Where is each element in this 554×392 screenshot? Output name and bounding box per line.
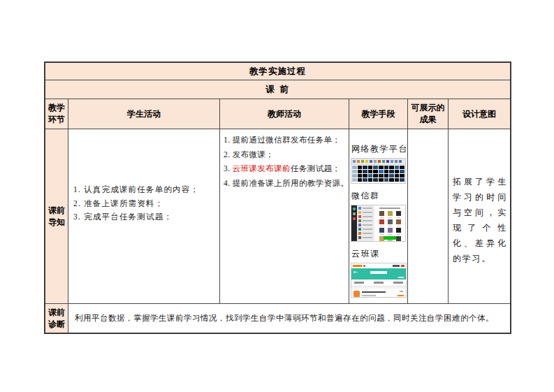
column-header-teacher: 教师活动 — [220, 99, 349, 129]
teacher-item3-number: 3. — [224, 164, 233, 173]
platform-screenshot-thumbnail — [351, 158, 406, 184]
task-status-label — [398, 295, 404, 297]
status-time — [393, 265, 400, 267]
header-huanjie-line2: 环节 — [48, 115, 65, 124]
tool-label-platform: 网络教学平台 — [351, 143, 406, 155]
app-signin-link — [398, 277, 404, 279]
column-header-student: 学生活动 — [68, 99, 220, 129]
teaching-process-table: 教学实施过程 课 前 教学 环节 学生活动 教师活动 教学手段 可展示的 成果 … — [44, 61, 511, 334]
app-title-bar — [370, 271, 387, 274]
battery-indicator — [401, 265, 404, 267]
tool-label-cloudclass: 云班课 — [351, 248, 406, 260]
column-header-huanjie: 教学 环节 — [45, 99, 68, 129]
cloudclass-app-screenshot-thumbnail: ← — [351, 263, 407, 298]
wechat-sidebar-icons — [351, 205, 357, 241]
row-label-zhenduan: 课前 诊断 — [45, 304, 68, 333]
app-nav-bar: ← — [351, 268, 406, 280]
diagnosis-text: 利用平台数据，掌握学生课前学习情况，找到学生自学中薄弱环节和普遍存在的问题，同时… — [75, 313, 494, 324]
app-status-bar — [351, 263, 406, 268]
task-title-bar — [362, 291, 386, 293]
column-header-intent: 设计意图 — [449, 99, 510, 129]
wechat-group-name-bar — [379, 208, 400, 209]
wechat-group-screenshot-thumbnail — [351, 205, 406, 242]
more-dots-icon — [400, 291, 403, 292]
tool-label-wechat: 微信群 — [351, 190, 406, 202]
app-filter-tabs — [351, 280, 406, 286]
filter-tab — [354, 282, 364, 284]
wechat-green-button — [384, 236, 396, 240]
header-huanjie-line1: 教学 — [48, 103, 65, 112]
student-activity-item: 1. 认真完成课前任务单的内容； — [73, 183, 215, 197]
document-page: 教学实施过程 课 前 教学 环节 学生活动 教师活动 教学手段 可展示的 成果 … — [0, 0, 554, 392]
header-show-line2: 成果 — [420, 115, 437, 124]
label-zhenduan-line2: 诊断 — [48, 319, 65, 329]
filter-tab — [374, 282, 384, 284]
teacher-item3-red-text: 云班课发布课前 — [233, 164, 291, 173]
platform-file-grid — [351, 165, 405, 182]
teaching-tools-cell: 网络教学平台 微信群 云班课 — [349, 129, 408, 304]
column-header-show: 可展示的 成果 — [408, 99, 449, 129]
notification-dot — [363, 265, 365, 267]
wechat-member-panel — [374, 205, 405, 241]
label-daozhi-line2: 导知 — [48, 217, 65, 227]
teacher-activity-item: 2. 发布微课； — [224, 147, 347, 162]
carrier-logo — [353, 265, 362, 267]
column-header-tools: 教学手段 — [349, 99, 408, 129]
teacher-activity-item: 4. 提前准备课上所用的教学资源。 — [224, 176, 347, 191]
label-daozhi-line1: 课前 — [48, 205, 65, 215]
phase-header: 课 前 — [45, 80, 510, 99]
student-activity-item: 2. 准备上课所需资料； — [73, 197, 215, 211]
showable-results-cell — [408, 129, 449, 304]
wechat-chat-list — [357, 205, 374, 241]
student-activities-cell: 1. 认真完成课前任务单的内容； 2. 准备上课所需资料； 3. 完成平台任务测… — [68, 129, 220, 304]
filter-tab — [393, 282, 403, 284]
task-text-lines — [362, 291, 386, 296]
teacher-activity-item: 1. 提前通过微信群发布任务单； — [224, 133, 347, 147]
table-title: 教学实施过程 — [45, 63, 510, 80]
task-date-bar — [362, 295, 376, 296]
student-activity-list: 1. 认真完成课前任务单的内容； 2. 准备上课所需资料； 3. 完成平台任务测… — [73, 183, 215, 224]
label-zhenduan-line1: 课前 — [48, 307, 65, 317]
row-label-daozhi: 课前 导知 — [45, 129, 68, 304]
design-intent-cell: 拓展了学生学习的时间与空间，实现了个性化、差异化的学习。 — [449, 129, 510, 304]
platform-toolbar-icons — [351, 159, 405, 165]
diagnosis-cell: 利用平台数据，掌握学生课前学习情况，找到学生自学中薄弱环节和普遍存在的问题，同时… — [68, 304, 510, 333]
teacher-item3-rest: 任务测试题； — [291, 164, 340, 173]
header-show-line1: 可展示的 — [411, 103, 445, 112]
student-activity-item: 3. 完成平台任务测试题； — [73, 210, 215, 224]
teacher-activities-cell: 1. 提前通过微信群发布任务单； 2. 发布微课； 3. 云班课发布课前任务测试… — [220, 129, 349, 304]
app-task-card — [351, 289, 406, 298]
back-arrow-icon: ← — [353, 269, 358, 275]
teacher-activity-item-highlighted: 3. 云班课发布课前任务测试题； — [224, 161, 347, 176]
task-icon — [353, 291, 360, 297]
design-intent-text: 拓展了学生学习的时间与空间，实现了个性化、差异化的学习。 — [453, 174, 507, 266]
